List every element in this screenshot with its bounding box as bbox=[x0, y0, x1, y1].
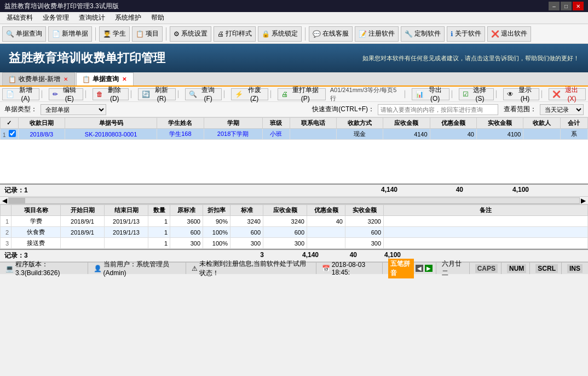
select-btn[interactable]: ☑ 选择(S) bbox=[459, 88, 494, 100]
toolbar-print-style[interactable]: 🖨 打印样式 bbox=[214, 26, 256, 42]
detail-qty-3: 1 bbox=[148, 238, 170, 249]
horizontal-scrollbar[interactable]: ◀ ▶ bbox=[0, 197, 588, 204]
toolbar-new-receipt[interactable]: 📄 新增单据 bbox=[48, 26, 92, 42]
void-btn[interactable]: ⚡ 作废(Z) bbox=[231, 88, 268, 100]
detail-receivable-2: 600 bbox=[263, 227, 307, 238]
reprint-btn[interactable]: 🖨 重打单据(P) bbox=[278, 88, 326, 100]
scroll-thumb[interactable] bbox=[9, 198, 25, 203]
detail-end-2: 2019/1/13 bbox=[105, 227, 148, 238]
exit-action-icon: ❌ bbox=[552, 90, 561, 98]
tab-new-receipt-label: 收费单据-新增 bbox=[19, 75, 60, 84]
cell-date: 2018/8/3 bbox=[18, 129, 65, 140]
type-select[interactable]: 全部单据 bbox=[41, 104, 106, 115]
scope-select[interactable]: 当天记录 bbox=[540, 104, 584, 115]
detail-name-1: 学费 bbox=[11, 216, 61, 227]
menu-bar: 基础资料 业务管理 查询统计 系统维护 帮助 bbox=[0, 12, 588, 24]
toolbar-project[interactable]: 📋 项目 bbox=[132, 26, 163, 42]
ime-arrow-right[interactable]: ▶ bbox=[425, 265, 433, 272]
minimize-button[interactable]: – bbox=[549, 2, 560, 10]
search-input[interactable] bbox=[378, 104, 498, 115]
detail-end-3 bbox=[105, 238, 148, 249]
tab-new-receipt-close[interactable]: ✕ bbox=[62, 76, 69, 82]
toolbar-register[interactable]: 📝 注册软件 bbox=[355, 26, 399, 42]
detail-original-2: 600 bbox=[170, 227, 203, 238]
toolbar-custom[interactable]: 🔧 定制软件 bbox=[401, 26, 445, 42]
display-icon: 👁 bbox=[507, 90, 514, 98]
edit-btn[interactable]: ✏ 编辑(E) bbox=[49, 88, 83, 100]
detail-num-3: 3 bbox=[1, 238, 11, 249]
refresh-btn[interactable]: 🔄 刷新(R) bbox=[138, 88, 176, 100]
ime-badge[interactable]: 五笔拼音 bbox=[388, 259, 414, 278]
warning-icon: ⚠ bbox=[192, 265, 198, 272]
cell-receivable: 4140 bbox=[383, 129, 430, 140]
main-table-area: ✓ 收款日期 单据号码 学生姓名 学期 班级 联系电话 收款方式 应收金额 优惠… bbox=[0, 117, 588, 184]
col-checkbox: ✓ bbox=[1, 118, 19, 129]
tab-query[interactable]: 📋 单据查询 ✕ bbox=[76, 72, 134, 86]
detail-row-2[interactable]: 2 伙食费 2018/9/1 2019/1/13 1 600 100% 600 … bbox=[1, 227, 588, 238]
caps-segment: CAPS bbox=[472, 263, 501, 274]
scroll-left[interactable]: ◀ bbox=[2, 197, 7, 204]
help-text[interactable]: 如果您对本软件有任何意见或者建议，请点击这里告诉我们，帮助我们做的更好！ bbox=[362, 54, 579, 62]
table-row[interactable]: 1 2018/8/3 SK-20180803-0001 学生168 2018下学… bbox=[1, 129, 588, 140]
cell-accountant: 系 bbox=[560, 129, 587, 140]
query-btn[interactable]: 🔍 查询(F) bbox=[185, 88, 222, 100]
caps-badge: CAPS bbox=[475, 264, 498, 273]
exit-action-btn[interactable]: ❌ 退出(X) bbox=[549, 88, 586, 100]
num-segment: NUM bbox=[504, 263, 530, 274]
new-btn[interactable]: 📄 新增(A) bbox=[2, 88, 39, 100]
col-cashier: 收款人 bbox=[523, 118, 561, 129]
menu-query-stats[interactable]: 查询统计 bbox=[74, 12, 109, 24]
delete-icon: 🗑 bbox=[96, 90, 103, 98]
title-bar: 益胜教育培训收费单打印管理3.3试用版 – □ ✕ bbox=[0, 0, 588, 12]
detail-qty-1: 1 bbox=[148, 216, 170, 227]
detail-start-1: 2018/9/1 bbox=[61, 216, 105, 227]
menu-business[interactable]: 业务管理 bbox=[38, 12, 73, 24]
close-button[interactable]: ✕ bbox=[573, 2, 584, 10]
lock-icon: 🔒 bbox=[262, 30, 270, 38]
row-checkbox[interactable] bbox=[9, 130, 16, 137]
detail-original-1: 3600 bbox=[170, 216, 203, 227]
toolbar-exit[interactable]: ❌ 退出软件 bbox=[487, 26, 531, 42]
cell-cashier bbox=[523, 129, 561, 140]
detail-col-qty: 数量 bbox=[148, 205, 170, 216]
tab-query-label: 单据查询 bbox=[93, 75, 119, 84]
window-controls: – □ ✕ bbox=[549, 2, 584, 10]
detail-discount-total: 40 bbox=[319, 251, 357, 260]
display-btn[interactable]: 👁 显示(H) bbox=[503, 88, 539, 100]
select-icon: ☑ bbox=[463, 90, 469, 98]
ime-segment[interactable]: 五笔拼音 ◀ ▶ bbox=[385, 263, 436, 274]
toolbar-system-lock[interactable]: 🔒 系统锁定 bbox=[258, 26, 302, 42]
toolbar-about[interactable]: ℹ 关于软件 bbox=[447, 26, 485, 42]
col-phone: 联系电话 bbox=[290, 118, 336, 129]
cell-checkbox[interactable]: 1 bbox=[1, 129, 19, 140]
toolbar-student[interactable]: 👨‍🎓 学生 bbox=[99, 26, 130, 42]
gear-icon: ⚙ bbox=[174, 30, 180, 38]
detail-row-1[interactable]: 1 学费 2018/9/1 2019/1/13 1 3600 90% 3240 … bbox=[1, 216, 588, 227]
menu-help[interactable]: 帮助 bbox=[147, 12, 169, 24]
maximize-button[interactable]: □ bbox=[561, 2, 572, 10]
scrl-badge: SCRL bbox=[535, 264, 558, 273]
delete-btn[interactable]: 🗑 删除(D) bbox=[93, 88, 129, 100]
menu-system-maintenance[interactable]: 系统维护 bbox=[111, 12, 146, 24]
main-receivable-total: 4,140 bbox=[354, 186, 397, 195]
export-icon: 📊 bbox=[416, 90, 424, 98]
exit-icon: ❌ bbox=[491, 30, 499, 38]
detail-row-3[interactable]: 3 接送费 1 300 100% 300 300 300 bbox=[1, 238, 588, 249]
scroll-track[interactable] bbox=[8, 197, 580, 204]
ins-badge: INS bbox=[567, 264, 583, 273]
toolbar-system-settings[interactable]: ⚙ 系统设置 bbox=[170, 26, 211, 42]
detail-actual-2: 600 bbox=[345, 227, 384, 238]
detail-col-discount: 优惠金额 bbox=[307, 205, 345, 216]
scroll-right[interactable]: ▶ bbox=[581, 197, 586, 204]
export-btn[interactable]: 📊 导出(O) bbox=[412, 88, 449, 100]
tab-new-receipt[interactable]: 📋 收费单据-新增 ✕ bbox=[2, 72, 75, 86]
toolbar-single-query[interactable]: 🔍 单据查询 bbox=[2, 26, 46, 42]
reprint-icon: 🖨 bbox=[281, 90, 288, 98]
toolbar-online-service[interactable]: 💬 在线客服 bbox=[309, 26, 353, 42]
col-receivable: 应收金额 bbox=[383, 118, 430, 129]
new-icon: 📄 bbox=[6, 90, 14, 98]
search-icon: 🔍 bbox=[6, 30, 14, 38]
tab-query-close[interactable]: ✕ bbox=[121, 76, 128, 82]
ime-arrow-left[interactable]: ◀ bbox=[416, 265, 423, 272]
menu-basic-data[interactable]: 基础资料 bbox=[2, 12, 37, 24]
